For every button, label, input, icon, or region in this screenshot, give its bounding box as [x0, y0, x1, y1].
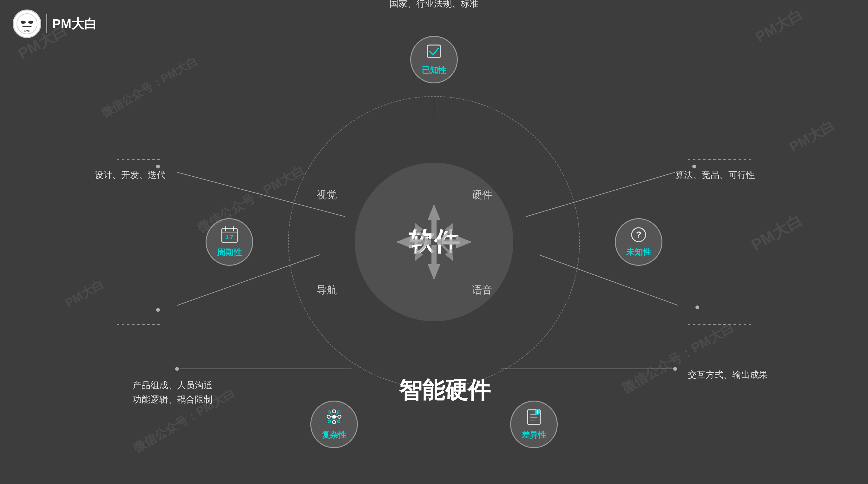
ext-label-right-top: 算法、竞品、可行性	[675, 169, 755, 181]
svg-point-40	[332, 415, 336, 419]
svg-point-1	[21, 21, 26, 24]
node-difference-label: 差异性	[522, 429, 546, 441]
svg-point-43	[327, 415, 330, 418]
svg-text:?: ?	[636, 230, 641, 239]
node-complex-icon	[326, 408, 343, 427]
quadrant-hardware: 硬件	[472, 188, 492, 202]
node-unknown: ? 未知性	[615, 218, 662, 266]
svg-line-53	[330, 413, 333, 415]
svg-point-44	[338, 415, 341, 418]
svg-line-54	[336, 413, 338, 415]
svg-point-52	[338, 420, 340, 423]
node-known-icon	[426, 43, 442, 62]
node-known-label: 已知性	[422, 65, 446, 76]
quadrant-visual: 视觉	[317, 188, 337, 202]
svg-point-2	[28, 21, 33, 24]
ext-label-right-bottom: 交互方式、输出成果	[688, 369, 768, 381]
node-difference-icon	[526, 408, 542, 427]
ext-label-left-bottom-1: 产品组成、人员沟通	[133, 380, 213, 390]
node-unknown-icon: ?	[631, 227, 647, 244]
svg-point-19	[673, 367, 677, 371]
node-periodic-label: 周期性	[217, 247, 242, 258]
ext-label-left-bottom: 产品组成、人员沟通 功能逻辑、耦合限制	[133, 378, 213, 407]
logo-icon: PM	[13, 9, 41, 38]
svg-point-42	[333, 421, 336, 424]
svg-point-15	[695, 305, 699, 309]
svg-line-56	[336, 418, 338, 421]
svg-point-41	[333, 410, 336, 413]
logo-divider	[46, 14, 47, 33]
svg-point-9	[156, 165, 160, 168]
svg-point-51	[328, 420, 331, 423]
node-complex: 复杂性	[310, 400, 358, 448]
node-known: 已知性	[410, 36, 458, 84]
node-difference: 差异性	[510, 400, 558, 448]
node-periodic-icon: 3-7	[221, 226, 238, 245]
main-diagram: 软件 视觉 硬件 导航 语音 智能硬件 已知性 3-7 周期性	[53, 20, 815, 464]
quadrant-navigation: 导航	[317, 283, 337, 297]
ext-label-left-bottom-2: 功能逻辑、耦合限制	[133, 394, 213, 405]
svg-line-55	[330, 418, 333, 421]
node-periodic: 3-7 周期性	[206, 218, 253, 266]
svg-marker-25	[428, 245, 440, 280]
node-complex-label: 复杂性	[322, 429, 346, 441]
ext-label-left-top: 设计、开发、迭代	[95, 169, 165, 181]
svg-text:3-7: 3-7	[225, 235, 233, 240]
svg-point-50	[338, 411, 340, 413]
svg-point-49	[328, 411, 331, 413]
svg-point-13	[692, 165, 696, 168]
svg-marker-24	[428, 204, 440, 239]
inner-circle: 软件	[355, 163, 513, 321]
svg-point-11	[156, 308, 160, 312]
quadrant-voice: 语音	[472, 283, 492, 297]
center-arrows	[390, 198, 478, 286]
smart-hardware-label: 智能硬件	[399, 375, 491, 406]
svg-text:PM: PM	[24, 29, 30, 33]
svg-point-17	[175, 367, 179, 371]
node-unknown-label: 未知性	[626, 247, 651, 258]
ext-label-top: 国家、行业法规、标准	[390, 0, 478, 10]
